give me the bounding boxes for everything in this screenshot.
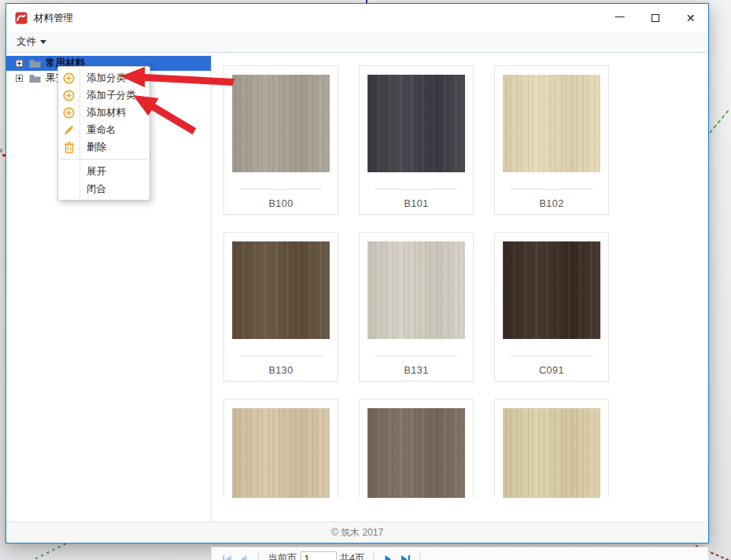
title-bar: 材料管理 — ✕ <box>6 4 708 32</box>
menu-item-label: 添加材料 <box>79 106 126 120</box>
file-menu-label: 文件 <box>17 35 36 49</box>
menu-item-label: 重命名 <box>79 123 116 137</box>
file-menu[interactable]: 文件 <box>17 35 46 49</box>
menu-item-add-subcategory[interactable]: 添加子分类 <box>58 87 150 104</box>
material-card[interactable]: B131 <box>359 232 474 381</box>
material-swatch <box>367 75 465 172</box>
pager-separator <box>419 552 420 560</box>
material-card[interactable] <box>494 399 609 498</box>
window-title: 材料管理 <box>34 12 73 25</box>
first-page-button[interactable] <box>218 551 235 560</box>
expand-plus-icon[interactable] <box>16 75 23 82</box>
menu-separator <box>61 159 147 160</box>
material-name: C091 <box>539 365 564 376</box>
last-page-button[interactable] <box>397 551 414 560</box>
add-circle-icon <box>58 107 79 119</box>
material-swatch <box>503 75 600 172</box>
context-menu: 添加分类 添加子分类 添加材料 重命名 删除 展开 闭合 <box>57 66 150 201</box>
material-card[interactable] <box>359 399 474 498</box>
first-page-icon <box>221 554 233 560</box>
material-name: B100 <box>268 198 293 209</box>
material-card[interactable] <box>223 399 338 498</box>
material-name: B102 <box>539 198 563 209</box>
prev-page-button[interactable] <box>235 551 253 560</box>
menu-bar: 文件 <box>6 32 708 53</box>
menu-item-collapse[interactable]: 闭合 <box>58 180 150 197</box>
total-pages-label: 共4页 <box>340 552 365 560</box>
material-card[interactable]: C091 <box>494 232 609 381</box>
footer-bar: © 筑木 2017 <box>6 521 708 543</box>
next-page-icon <box>382 554 393 560</box>
close-button[interactable]: ✕ <box>673 4 708 32</box>
prev-page-icon <box>238 554 249 560</box>
card-divider <box>375 189 457 190</box>
card-divider <box>511 189 593 190</box>
card-divider <box>375 356 457 356</box>
window-controls: — ✕ <box>602 4 708 32</box>
chevron-down-icon <box>40 40 46 44</box>
material-swatch <box>503 241 600 339</box>
trash-icon <box>58 142 79 153</box>
app-logo-icon <box>15 12 28 24</box>
menu-item-label: 闭合 <box>79 182 106 196</box>
menu-item-delete[interactable]: 删除 <box>58 138 150 156</box>
material-swatch <box>367 408 465 498</box>
desktop-background: { "window": { "title": "材料管理", "controls… <box>0 0 731 560</box>
maximize-icon <box>652 14 659 22</box>
pager-separator <box>258 552 259 560</box>
folder-icon <box>29 74 41 83</box>
folder-icon <box>29 59 41 68</box>
material-card[interactable]: B101 <box>359 65 474 215</box>
pager-separator <box>373 552 374 560</box>
material-name: B131 <box>404 365 428 376</box>
page-number-input[interactable] <box>301 551 337 560</box>
material-name: B101 <box>404 198 428 209</box>
next-page-button[interactable] <box>379 551 397 560</box>
material-card[interactable]: B130 <box>223 232 338 381</box>
menu-item-expand[interactable]: 展开 <box>58 163 150 180</box>
minimize-button[interactable]: — <box>602 4 637 32</box>
menu-item-add-material[interactable]: 添加材料 <box>58 104 150 121</box>
menu-item-label: 添加分类 <box>79 72 126 85</box>
menu-item-rename[interactable]: 重命名 <box>58 121 150 138</box>
card-divider <box>240 356 322 356</box>
menu-item-label: 展开 <box>79 165 106 179</box>
menu-item-add-category[interactable]: 添加分类 <box>58 69 150 87</box>
material-grid: B100 B101 B102 B130 <box>212 53 708 498</box>
material-card[interactable]: B100 <box>223 65 338 215</box>
minimize-icon: — <box>615 11 625 22</box>
material-swatch <box>503 408 600 498</box>
card-divider <box>240 189 322 190</box>
add-circle-icon <box>58 72 79 84</box>
menu-item-label: 删除 <box>79 141 106 154</box>
current-page-label: 当前页 <box>268 552 297 560</box>
material-card[interactable]: B102 <box>494 65 609 215</box>
add-circle-icon <box>58 90 79 101</box>
material-swatch <box>232 75 330 172</box>
pencil-icon <box>58 124 79 136</box>
material-swatch <box>232 408 330 498</box>
maximize-button[interactable] <box>637 4 673 32</box>
copyright-text: © 筑木 2017 <box>331 526 383 540</box>
material-swatch <box>367 241 465 339</box>
close-icon: ✕ <box>686 12 696 24</box>
card-divider <box>511 356 593 356</box>
menu-item-label: 添加子分类 <box>79 89 136 102</box>
material-swatch <box>232 241 330 339</box>
last-page-icon <box>400 554 412 560</box>
pagination-bar: 当前页 共4页 <box>211 547 708 560</box>
material-name: B130 <box>268 365 293 376</box>
expand-plus-icon[interactable] <box>16 60 23 67</box>
